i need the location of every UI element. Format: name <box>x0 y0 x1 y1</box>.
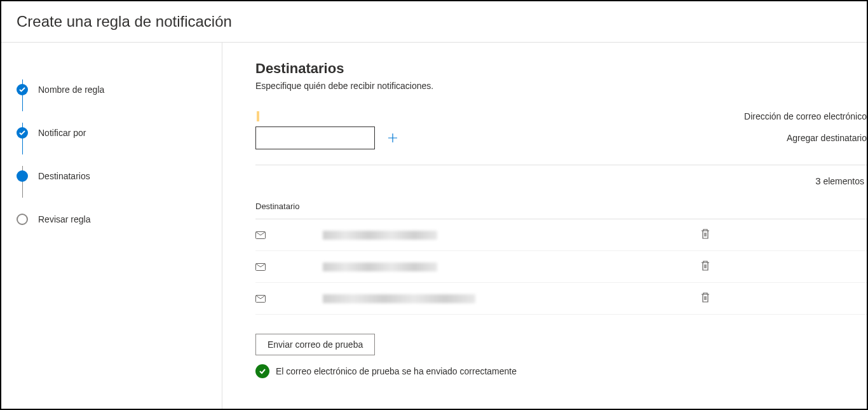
page-title: Create una regla de notificación <box>17 13 851 31</box>
recipient-email-redacted <box>323 231 696 240</box>
active-step-icon <box>17 170 28 182</box>
success-message-row: El correo electrónico de prueba se ha en… <box>255 364 867 378</box>
step-label: Nombre de regla <box>38 85 104 95</box>
table-header-recipient: Destinatario <box>255 202 867 219</box>
recipient-email-redacted <box>323 263 696 271</box>
email-field-label: Dirección de correo electrónico <box>744 111 867 121</box>
recipient-row <box>255 219 867 251</box>
check-icon <box>17 127 28 139</box>
plus-icon <box>388 133 398 143</box>
step-destinatarios[interactable]: Destinatarios <box>17 154 209 198</box>
trash-icon <box>700 228 710 240</box>
delete-recipient-button[interactable] <box>696 256 714 277</box>
wizard-sidebar: Nombre de regla Notificar por Destinatar… <box>1 43 222 409</box>
success-check-icon <box>255 364 269 378</box>
pending-step-icon <box>17 214 28 225</box>
step-label: Notificar por <box>38 128 86 138</box>
divider <box>255 165 867 165</box>
mail-icon <box>255 295 266 303</box>
step-label: Revisar regla <box>38 214 90 224</box>
layout-container: Nombre de regla Notificar por Destinatar… <box>1 43 867 409</box>
mail-icon <box>255 263 266 271</box>
trash-icon <box>700 292 710 303</box>
success-text: El correo electrónico de prueba se ha en… <box>276 366 517 376</box>
section-subtitle: Especifique quién debe recibir notificac… <box>255 81 867 91</box>
delete-recipient-button[interactable] <box>696 224 714 245</box>
main-content: Destinatarios Especifique quién debe rec… <box>222 43 867 409</box>
page-header: Create una regla de notificación <box>1 1 867 43</box>
step-nombre-regla[interactable]: Nombre de regla <box>17 68 209 111</box>
add-recipient-label: Agregar destinatario <box>787 133 867 143</box>
input-group <box>255 126 403 149</box>
step-notificar-por[interactable]: Notificar por <box>17 111 209 154</box>
recipient-email-redacted <box>323 294 696 303</box>
count-label: elementos <box>823 176 864 186</box>
step-label: Destinatarios <box>38 171 90 181</box>
check-icon <box>17 84 28 95</box>
section-heading: Destinatarios <box>255 60 867 77</box>
email-input[interactable] <box>255 126 375 149</box>
send-test-email-button[interactable]: Enviar correo de prueba <box>255 334 375 355</box>
recipient-row <box>255 251 867 283</box>
input-label-row: Dirección de correo electrónico <box>255 111 867 121</box>
add-recipient-button[interactable] <box>383 128 403 148</box>
trash-icon <box>700 260 710 271</box>
item-count: 3 elementos <box>255 175 867 186</box>
delete-recipient-button[interactable] <box>696 288 714 309</box>
recipient-row <box>255 283 867 315</box>
required-marker <box>257 111 259 121</box>
add-recipient-row: Agregar destinatario <box>255 126 867 149</box>
mail-icon <box>255 231 266 239</box>
step-revisar-regla[interactable]: Revisar regla <box>17 198 209 241</box>
count-number: 3 <box>815 175 820 186</box>
